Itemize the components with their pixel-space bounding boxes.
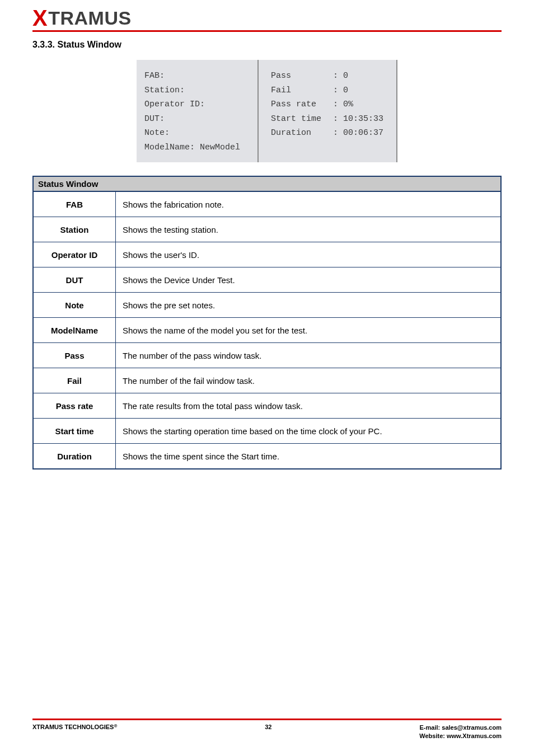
status-modelname-label: ModelName: NewModel — [144, 140, 250, 155]
table-row: FAB Shows the fabrication note. — [33, 191, 501, 217]
table-row: Operator ID Shows the user's ID. — [33, 242, 501, 267]
row-desc: Shows the time spent since the Start tim… — [116, 444, 502, 469]
status-duration-row: Duration : 00:06:37 — [271, 126, 388, 140]
table-header: Status Window — [33, 176, 501, 191]
status-passrate-value: : 0% — [333, 100, 353, 109]
row-key: Operator ID — [33, 242, 116, 267]
footer-company-name: XTRAMUS TECHNOLOGIES — [32, 724, 114, 730]
footer-email-label: E-mail: — [420, 724, 442, 731]
footer-site: www.Xtramus.com — [447, 732, 502, 739]
status-description-table: Status Window FAB Shows the fabrication … — [32, 176, 502, 469]
row-key: Duration — [33, 444, 116, 469]
table-row: DUT Shows the Device Under Test. — [33, 267, 501, 293]
row-key: DUT — [33, 267, 116, 293]
row-key: Fail — [33, 368, 116, 393]
status-duration-label: Duration — [271, 126, 328, 140]
status-operatorid-label: Operator ID: — [144, 97, 250, 112]
status-fab-label: FAB: — [144, 69, 250, 83]
table-row: Note Shows the pre set notes. — [33, 293, 501, 318]
row-key: Pass rate — [33, 393, 116, 419]
status-starttime-value: : 10:35:33 — [333, 114, 383, 124]
section-title: 3.3.3. Status Window — [32, 40, 502, 50]
table-row: Duration Shows the time spent since the … — [33, 444, 501, 469]
row-key: FAB — [33, 191, 116, 217]
table-row: Pass The number of the pass window task. — [33, 343, 501, 368]
status-right-panel: Pass : 0 Fail : 0 Pass rate : 0% Start t… — [259, 60, 397, 162]
row-desc: Shows the Device Under Test. — [116, 267, 502, 293]
table-row: Station Shows the testing station. — [33, 217, 501, 242]
status-note-label: Note: — [144, 126, 250, 140]
status-fail-label: Fail — [271, 83, 328, 98]
brand-name: TRAMUS — [48, 8, 131, 27]
table-row: ModelName Shows the name of the model yo… — [33, 318, 501, 343]
status-pass-label: Pass — [271, 69, 328, 83]
row-desc: The number of the pass window task. — [116, 343, 502, 368]
row-key: Station — [33, 217, 116, 242]
status-pass-row: Pass : 0 — [271, 69, 388, 83]
footer-email: sales@xtramus.com — [442, 724, 502, 731]
status-passrate-label: Pass rate — [271, 97, 328, 112]
footer-page-number: 32 — [117, 724, 419, 730]
status-station-label: Station: — [144, 83, 250, 98]
row-desc: The rate results from the total pass win… — [116, 393, 502, 419]
row-key: ModelName — [33, 318, 116, 343]
row-desc: Shows the starting operation time based … — [116, 419, 502, 444]
document-footer: XTRAMUS TECHNOLOGIES® 32 E-mail: sales@x… — [32, 719, 502, 740]
status-window-screenshot: FAB: Station: Operator ID: DUT: Note: Mo… — [32, 60, 502, 162]
row-desc: Shows the user's ID. — [116, 242, 502, 267]
row-key: Note — [33, 293, 116, 318]
footer-company: XTRAMUS TECHNOLOGIES® — [32, 724, 117, 730]
status-starttime-label: Start time — [271, 112, 328, 126]
status-pass-value: : 0 — [333, 71, 348, 81]
header-divider — [32, 30, 502, 32]
row-desc: Shows the pre set notes. — [116, 293, 502, 318]
status-duration-value: : 00:06:37 — [333, 128, 383, 138]
row-desc: Shows the testing station. — [116, 217, 502, 242]
table-row: Start time Shows the starting operation … — [33, 419, 501, 444]
row-key: Start time — [33, 419, 116, 444]
row-desc: Shows the name of the model you set for … — [116, 318, 502, 343]
status-fail-row: Fail : 0 — [271, 83, 388, 98]
footer-site-label: Website: — [419, 732, 447, 739]
status-fail-value: : 0 — [333, 86, 348, 95]
document-header: X TRAMUS — [32, 0, 502, 32]
table-row: Fail The number of the fail window task. — [33, 368, 501, 393]
table-row: Pass rate The rate results from the tota… — [33, 393, 501, 419]
status-starttime-row: Start time : 10:35:33 — [271, 112, 388, 126]
footer-divider — [32, 719, 502, 720]
status-dut-label: DUT: — [144, 112, 250, 126]
row-desc: Shows the fabrication note. — [116, 191, 502, 217]
row-key: Pass — [33, 343, 116, 368]
brand-logo: X TRAMUS — [32, 7, 502, 29]
row-desc: The number of the fail window task. — [116, 368, 502, 393]
status-left-panel: FAB: Station: Operator ID: DUT: Note: Mo… — [137, 60, 259, 162]
brand-x: X — [32, 7, 48, 29]
status-passrate-row: Pass rate : 0% — [271, 97, 388, 112]
footer-contact: E-mail: sales@xtramus.com Website: www.X… — [419, 724, 502, 740]
